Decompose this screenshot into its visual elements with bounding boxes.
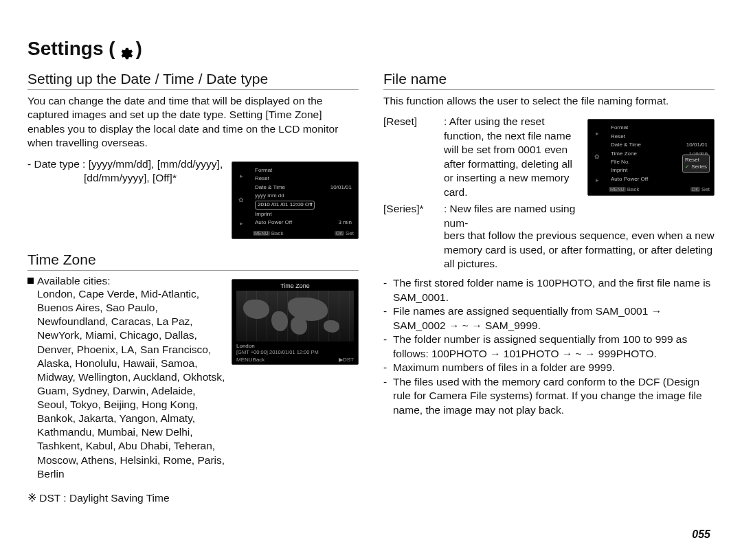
lcd-side-icon: ▸ [596, 177, 599, 185]
lcd-item-label: Format [255, 167, 272, 174]
series-rest: bers that follow the previous sequence, … [383, 229, 715, 271]
lcd-footer-left-text: Back [627, 186, 640, 192]
date-type-line2: [dd/mm/yyyy], [Off]* [27, 171, 226, 185]
lcd-footer-right-text: Set [346, 230, 354, 236]
lcd-item-value: 10/01/01 [330, 184, 352, 191]
world-map-icon [236, 291, 354, 341]
dash-icon: - [383, 375, 393, 417]
gear-icon: ✿ [594, 153, 600, 161]
lcd-side-icon: ▸ [240, 220, 243, 228]
reset-label: [Reset] [383, 115, 440, 199]
bullet-text: The folder number is assigned sequential… [393, 333, 715, 361]
timezone-lcd-mock: Time Zone London [GMT +00:00] 2010/01/01 [232, 275, 359, 365]
right-column: File name This function allows the user … [383, 67, 715, 504]
lcd-item-label: Imprint [255, 211, 271, 218]
lcd-item-label: 2010 /01 /01 12:00 Off [255, 201, 315, 209]
section-heading-timezone: Time Zone [27, 251, 359, 271]
title-text-prefix: Settings ( [27, 38, 115, 60]
tz-footer-left: Back [253, 357, 265, 363]
cities-list: London, Cape Verde, Mid-Atlantic, Buenos… [27, 287, 226, 481]
gear-icon: ✿ [238, 197, 244, 205]
bullet-text: The files used with the memory card conf… [393, 375, 715, 417]
lcd-item-label: yyyy mm dd [255, 192, 284, 199]
left-column: Setting up the Date / Time / Date type Y… [27, 67, 359, 504]
bullet-text: The first stored folder name is 100PHOTO… [393, 276, 715, 304]
lcd-footer-left-text: Back [271, 230, 284, 236]
series-lead: : New files are named using num- [444, 202, 582, 230]
reset-text: : After using the reset function, the ne… [444, 115, 582, 199]
lcd-item-label: Time Zone [611, 150, 637, 157]
lcd-item-label: Format [611, 124, 628, 131]
bullet-text: Maximum numbers of files in a folder are… [393, 361, 715, 374]
lcd-side-icon: ▸ [596, 130, 599, 138]
popup-item-series: Series [685, 164, 707, 170]
lcd-item-value: 10/01/01 [686, 142, 708, 148]
bullet-text: File names are assigned sequentially fro… [393, 304, 715, 333]
lcd-item-label: File No. [611, 159, 630, 166]
dst-note: ※ DST : Daylight Saving Time [27, 492, 359, 504]
lcd-footer-right-text: Set [701, 186, 710, 192]
lcd-item-label: Reset [611, 133, 625, 140]
series-label: [Series]* [383, 202, 440, 230]
square-bullet-icon [27, 278, 34, 284]
available-cities-label: Available cities: [37, 275, 111, 287]
filename-bullets: - The first stored folder name is 100PHO… [383, 276, 715, 417]
section-heading-datetime: Setting up the Date / Time / Date type [27, 71, 359, 90]
lcd-item-label: Reset [255, 175, 269, 182]
page-number: 055 [692, 528, 710, 541]
page-title: Settings ( ) [27, 38, 715, 60]
lcd-item-label: Auto Power Off [255, 219, 292, 226]
lcd-item-label: Date & Time [611, 142, 641, 148]
tz-gmt-line: [GMT +00:00] 2010/01/01 12:00 PM [236, 349, 354, 355]
filename-intro: This function allows the user to select … [383, 94, 715, 108]
filename-lcd-mock: ▸ ✿ ▸ FormatResetDate & Time10/01/01Time… [587, 115, 715, 195]
date-type-line1: - Date type : [yyyy/mm/dd], [mm/dd/yyyy]… [27, 157, 226, 171]
dash-icon: - [383, 304, 393, 333]
lcd-item-value: 3 min [338, 219, 352, 226]
title-text-suffix: ) [136, 38, 142, 60]
filename-defs-block: [Reset] : After using the reset function… [383, 115, 715, 230]
datetime-intro: You can change the date and time that wi… [27, 94, 359, 150]
lcd-item-label: Auto Power Off [611, 176, 648, 183]
section-heading-filename: File name [383, 71, 715, 90]
timezone-block: Available cities: London, Cape Verde, Mi… [27, 275, 359, 481]
dash-icon: - [383, 361, 393, 374]
tz-city: London [236, 343, 255, 349]
tz-lcd-title: Time Zone [236, 282, 354, 289]
lcd-popup: Reset Series [682, 154, 710, 172]
manual-page: Settings ( ) Setting up the Date / Time … [0, 0, 742, 560]
lcd-item-label: Imprint [611, 167, 627, 174]
date-type-block: - Date type : [yyyy/mm/dd], [mm/dd/yyyy]… [27, 157, 359, 239]
gear-icon [118, 41, 133, 56]
popup-item-reset: Reset [685, 156, 707, 163]
datetime-lcd-mock: ▸ ✿ ▸ FormatResetDate & Time10/01/01yyyy… [232, 157, 359, 239]
lcd-side-icon: ▸ [240, 172, 243, 181]
dash-icon: - [383, 276, 393, 304]
dash-icon: - [383, 333, 393, 361]
lcd-item-label: Date & Time [255, 184, 285, 191]
tz-footer-right: DST [343, 357, 354, 363]
